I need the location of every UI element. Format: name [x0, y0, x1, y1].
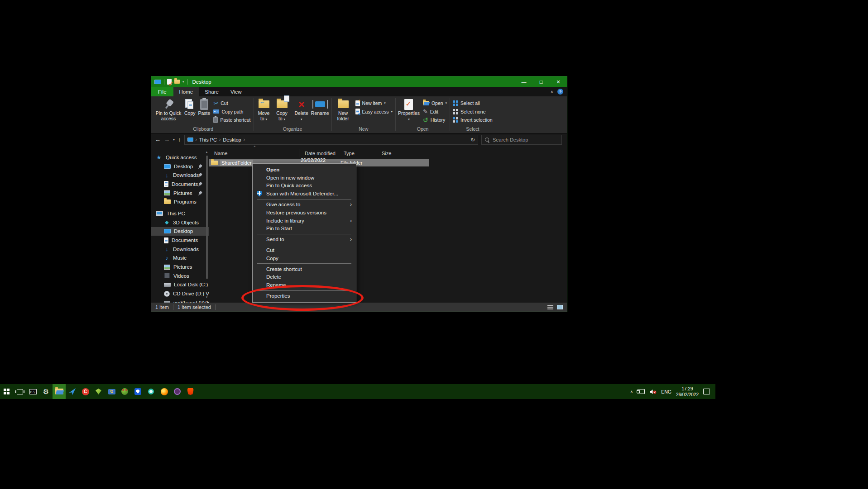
open-button[interactable]: Open ▾ [421, 99, 449, 108]
sidebar-item-music[interactable]: ♪ Music [151, 254, 209, 263]
sidebar-item-documents-qa[interactable]: Documents [151, 180, 209, 189]
minimize-button[interactable]: — [515, 76, 532, 87]
menu-item-send-to[interactable]: Send to › [253, 235, 356, 243]
sidebar-item-local-disk-c[interactable]: Local Disk (C:) [151, 280, 209, 290]
taskbar-icon-terminal[interactable] [26, 384, 39, 399]
select-all-button[interactable]: Select all [451, 99, 494, 108]
menu-item-scan-with-defender[interactable]: Scan with Microsoft Defender... [253, 190, 356, 198]
column-header-date-modified[interactable]: Date modified [299, 149, 338, 157]
paste-button[interactable]: Paste [197, 98, 212, 117]
menu-item-open-in-new-window[interactable]: Open in new window [253, 174, 356, 182]
menu-item-create-shortcut[interactable]: Create shortcut [253, 265, 356, 273]
copy-path-button[interactable]: Copy path [211, 108, 252, 116]
rename-button[interactable]: Rename [310, 98, 331, 117]
clock[interactable]: 17:29 26/02/2022 [676, 386, 699, 398]
cut-button[interactable]: ✂ Cut [211, 99, 252, 108]
taskbar-icon-task-view[interactable] [13, 384, 26, 399]
display-network-icon[interactable] [638, 389, 645, 394]
menu-item-cut[interactable]: Cut [253, 246, 356, 254]
breadcrumb-desktop[interactable]: Desktop [223, 137, 241, 142]
sidebar-item-videos[interactable]: Videos [151, 271, 209, 280]
taskbar-icon-settings[interactable]: ⚙ [39, 384, 53, 399]
qat-customize-icon[interactable]: ▾ [182, 80, 184, 84]
sidebar-item-vmshared[interactable]: vmShared (\\VB: [151, 298, 209, 303]
qat-new-folder-icon[interactable] [174, 80, 180, 84]
sidebar-scrollbar[interactable]: ▴ ▾ [205, 150, 209, 299]
close-button[interactable]: × [550, 76, 567, 87]
search-input[interactable] [492, 137, 558, 143]
sidebar-item-this-pc[interactable]: This PC [151, 209, 209, 218]
back-icon[interactable]: ← [155, 136, 161, 143]
taskbar-icon-blue-swoosh[interactable] [66, 384, 79, 399]
edit-button[interactable]: ✎ Edit [421, 108, 449, 116]
details-view-icon[interactable] [547, 305, 553, 309]
tab-file[interactable]: File [151, 87, 173, 96]
taskbar-icon-keepass[interactable] [144, 384, 158, 399]
properties-button[interactable]: Properties▾ [397, 98, 421, 122]
taskbar-icon-ccleaner[interactable] [79, 384, 92, 399]
recent-locations-icon[interactable]: ▾ [173, 138, 175, 142]
scrollbar-thumb[interactable] [206, 156, 208, 279]
history-button[interactable]: ↺ History [421, 116, 449, 124]
copy-button[interactable]: Copy [183, 98, 197, 117]
easy-access-button[interactable]: Easy access ▾ [354, 108, 394, 116]
sidebar-item-quick-access[interactable]: ★ Quick access [151, 153, 209, 162]
sidebar-item-downloads[interactable]: ↓ Downloads [151, 245, 209, 254]
up-icon[interactable]: ↑ [178, 136, 181, 143]
delete-button[interactable]: × Delete▾ [293, 98, 310, 122]
forward-icon[interactable]: → [164, 136, 170, 143]
select-none-button[interactable]: Select none [451, 108, 494, 116]
menu-item-copy[interactable]: Copy [253, 254, 356, 262]
collapse-ribbon-icon[interactable]: ∧ [550, 90, 553, 94]
menu-item-pin-to-start[interactable]: Pin to Start [253, 225, 356, 233]
move-to-button[interactable]: ← Move to ▾ [255, 98, 273, 122]
menu-item-delete[interactable]: Delete [253, 273, 356, 281]
column-header-type[interactable]: Type [338, 149, 376, 157]
sidebar-item-programs[interactable]: Programs [151, 197, 209, 206]
qat-properties-icon[interactable] [167, 79, 172, 85]
tab-home[interactable]: Home [173, 87, 199, 96]
sidebar-item-documents[interactable]: Documents [151, 236, 209, 245]
sidebar-item-cd-drive-d[interactable]: CD Drive (D:) Vir [151, 289, 209, 298]
column-header-size[interactable]: Size [376, 149, 415, 157]
new-folder-button[interactable]: New folder [333, 98, 354, 122]
sidebar-item-downloads-qa[interactable]: ↓ Downloads [151, 171, 209, 180]
menu-item-open[interactable]: Open [253, 166, 356, 174]
sidebar-item-desktop[interactable]: Desktop [151, 227, 209, 236]
copy-to-button[interactable]: Copy to ▾ [273, 98, 291, 122]
new-item-button[interactable]: New item ▾ [354, 99, 394, 108]
paste-shortcut-button[interactable]: Paste shortcut [211, 116, 252, 124]
taskbar-icon-winscp[interactable]: ↯ [105, 384, 118, 399]
taskbar-icon-file-explorer[interactable] [53, 384, 66, 399]
taskbar-icon-firefox[interactable] [158, 384, 171, 399]
pin-to-quick-access-button[interactable]: Pin to Quick access [154, 98, 183, 122]
sidebar-item-desktop-qa[interactable]: Desktop [151, 162, 209, 171]
search-box[interactable] [481, 135, 562, 145]
taskbar-icon-tor-browser[interactable] [171, 384, 184, 399]
menu-item-give-access-to[interactable]: Give access to › [253, 200, 356, 209]
language-indicator[interactable]: ENG [661, 389, 671, 394]
menu-item-pin-to-quick-access[interactable]: Pin to Quick access [253, 182, 356, 190]
taskbar-icon-bitwarden[interactable] [131, 384, 144, 399]
breadcrumb-this-pc[interactable]: This PC [199, 137, 217, 142]
sidebar-item-pictures[interactable]: Pictures [151, 262, 209, 271]
refresh-icon[interactable]: ↻ [470, 137, 475, 143]
taskbar-icon-brave[interactable] [184, 384, 197, 399]
help-icon[interactable]: ? [557, 89, 563, 95]
address-field[interactable]: › This PC › Desktop › ↻ [184, 135, 478, 145]
large-icons-view-icon[interactable] [557, 305, 563, 309]
invert-selection-button[interactable]: Invert selection [451, 116, 494, 124]
taskbar-icon-green-gem[interactable] [92, 384, 105, 399]
action-center-icon[interactable] [703, 389, 710, 394]
taskbar-icon-greenshot[interactable] [118, 384, 131, 399]
muted-speaker-icon[interactable] [649, 389, 657, 394]
tab-view[interactable]: View [225, 87, 248, 96]
menu-item-include-in-library[interactable]: Include in library › [253, 217, 356, 225]
sidebar-item-pictures-qa[interactable]: Pictures [151, 189, 209, 198]
scroll-down-icon[interactable]: ▾ [205, 295, 209, 299]
column-header-name[interactable]: Name ˆ [209, 149, 299, 157]
scroll-up-icon[interactable]: ▴ [205, 150, 209, 154]
tab-share[interactable]: Share [199, 87, 225, 96]
start-button[interactable] [0, 384, 13, 399]
maximize-button[interactable]: □ [532, 76, 550, 87]
